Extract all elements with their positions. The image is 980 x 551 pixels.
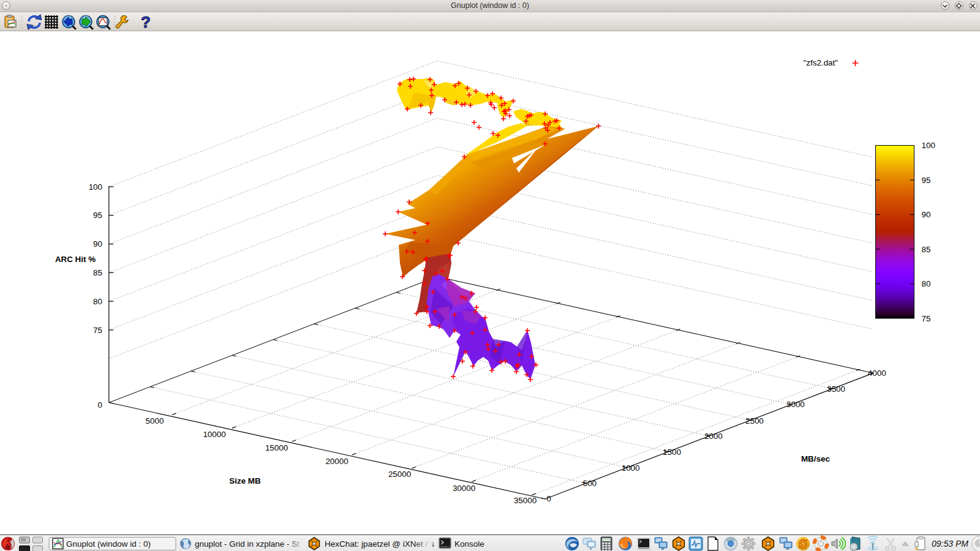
svg-text:2000: 2000	[704, 432, 723, 441]
svg-text:90: 90	[93, 239, 102, 249]
svg-text:25000: 25000	[388, 470, 411, 479]
svg-text:85: 85	[922, 245, 931, 254]
svg-text:30000: 30000	[453, 484, 475, 493]
svg-text:90: 90	[922, 210, 931, 219]
svg-text:1000: 1000	[622, 463, 640, 473]
svg-text:2500: 2500	[745, 416, 764, 425]
svg-text:0: 0	[98, 400, 102, 410]
svg-text:100: 100	[922, 141, 935, 150]
svg-text:Gnuplot (window id : 0): Gnuplot (window id : 0)	[66, 539, 151, 549]
svg-text:ARC Hit %: ARC Hit %	[55, 255, 96, 264]
svg-text:0: 0	[546, 494, 551, 503]
svg-text:Konsole: Konsole	[454, 539, 484, 549]
svg-text:20000: 20000	[325, 457, 348, 466]
svg-text:95: 95	[93, 211, 102, 220]
svg-text:Size MB: Size MB	[229, 476, 261, 485]
svg-text:?: ?	[141, 13, 151, 31]
svg-text:80: 80	[922, 279, 931, 288]
svg-text:3500: 3500	[827, 384, 845, 394]
svg-text:MB/sec: MB/sec	[801, 454, 830, 463]
svg-text:80: 80	[93, 297, 102, 306]
svg-text:09:53 PM: 09:53 PM	[932, 539, 968, 549]
svg-text:10000: 10000	[203, 430, 225, 439]
svg-text:500: 500	[583, 479, 597, 488]
svg-text:3000: 3000	[786, 400, 805, 409]
svg-text:100: 100	[89, 182, 102, 192]
svg-text:75: 75	[922, 314, 931, 323]
svg-text:15000: 15000	[265, 443, 288, 452]
svg-text:75: 75	[93, 326, 102, 335]
svg-text:1500: 1500	[663, 448, 681, 457]
svg-text:4000: 4000	[868, 369, 886, 378]
svg-text:5000: 5000	[146, 416, 164, 425]
svg-text:35000: 35000	[514, 496, 537, 505]
svg-text:"zfs2.dat": "zfs2.dat"	[804, 58, 839, 67]
svg-text:85: 85	[93, 268, 102, 277]
svg-text:gnuplot - Grid in xzplane - St: gnuplot - Grid in xzplane - St	[195, 539, 300, 549]
svg-text:95: 95	[922, 176, 931, 185]
